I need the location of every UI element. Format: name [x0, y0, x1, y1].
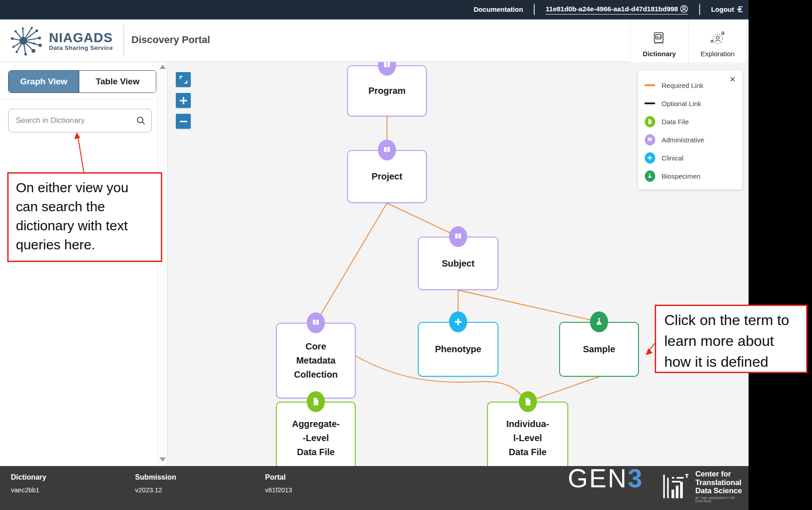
topbar-divider: [699, 4, 700, 15]
book-badge-icon: [449, 226, 467, 247]
legend-item-optional-link: Optional Link: [638, 94, 742, 112]
legend-item-required-link: Required Link: [638, 76, 742, 94]
dictionary-search-box: [8, 109, 152, 132]
footer-value: v61f2013: [265, 486, 292, 494]
legend-label: Biospecimen: [662, 172, 701, 180]
file-icon: [647, 118, 653, 125]
portal-title: Discovery Portal: [131, 34, 210, 46]
zoom-controls: [176, 72, 191, 129]
app-footer: Dictionaryvaec2bb1Submissionv2023.12Port…: [0, 466, 749, 510]
minus-icon: [178, 116, 189, 127]
legend-item-data-file: Data File: [638, 112, 742, 131]
user-circle-icon: [680, 5, 688, 13]
app-header: NIAGADS Data Sharing Service Discovery P…: [0, 19, 749, 62]
scroll-down-arrow[interactable]: [160, 457, 166, 461]
node-label: Sample: [583, 342, 615, 356]
annotation-term-note: Click on the term to learn more about ho…: [655, 305, 807, 373]
gen3-three: 3: [628, 464, 644, 493]
flask-icon: [647, 173, 653, 179]
graph-canvas[interactable]: ProgramProjectSubjectCore Metadata Colle…: [167, 62, 749, 466]
legend-item-biospecimen: Biospecimen: [638, 167, 742, 185]
footer-label: Portal: [265, 473, 292, 481]
ctds-icon: [659, 470, 691, 503]
gen3-logo[interactable]: GEN3: [568, 463, 643, 493]
node-label: Individua- l-Level Data File: [506, 417, 549, 459]
header-divider: [123, 25, 124, 57]
exploration-icon: [709, 29, 726, 47]
node-label: Program: [368, 84, 406, 98]
flask-icon: [594, 317, 604, 327]
niagads-logo[interactable]: NIAGADS Data Sharing Service: [8, 24, 113, 58]
footer-label: Submission: [135, 473, 176, 481]
ctds-name: Center for Translational Data Science: [695, 470, 749, 495]
node-label: Aggregate- -Level Data File: [292, 417, 340, 459]
legend-line-swatch: [644, 102, 655, 104]
tab-exploration[interactable]: Exploration: [688, 19, 747, 62]
documentation-label: Documentation: [474, 5, 523, 13]
zoom-in-button[interactable]: [176, 93, 191, 108]
footer-value: vaec2bb1: [11, 486, 46, 494]
book-icon: [382, 62, 392, 70]
scroll-up-arrow[interactable]: [160, 65, 166, 69]
legend-label: Clinical: [662, 154, 683, 162]
dictionary-book-icon: A-Z: [651, 30, 667, 47]
session-id-link[interactable]: 11e81d0b-a24e-4966-aa1d-d47d181bd998: [546, 5, 688, 15]
dictionary-search-input[interactable]: [15, 116, 136, 126]
legend-item-administrative: Administrative: [638, 131, 742, 149]
graph-view-button[interactable]: Graph View: [9, 71, 79, 92]
sidebar-scrollbar: [158, 62, 167, 466]
book-icon: [382, 145, 392, 155]
node-core-metadata-collection[interactable]: Core Metadata Collection: [276, 323, 356, 398]
tab-dictionary[interactable]: A-Z Dictionary: [630, 19, 688, 62]
table-view-button[interactable]: Table View: [79, 71, 156, 92]
view-toggle: Graph View Table View: [8, 70, 156, 93]
brand-subtitle: Data Sharing Service: [49, 44, 113, 51]
documentation-link[interactable]: Documentation: [474, 5, 523, 13]
book-icon: [453, 232, 463, 242]
footer-portal-version: Portalv61f2013: [265, 473, 292, 494]
book-icon: [647, 136, 653, 143]
ctds-tagline: AT THE UNIVERSITY OF CHICAGO: [695, 496, 749, 503]
plus-icon: [178, 95, 189, 106]
session-id-label: 11e81d0b-a24e-4966-aa1d-d47d181bd998: [546, 5, 678, 13]
brand-name: NIAGADS: [49, 31, 113, 44]
flask-legend-icon: [645, 170, 655, 182]
logout-label: Logout: [711, 5, 734, 13]
legend-close-icon[interactable]: ✕: [730, 76, 736, 83]
legend-label: Required Link: [662, 82, 704, 89]
footer-label: Dictionary: [11, 473, 46, 481]
legend-line-swatch: [644, 84, 655, 86]
sidebar-divider: [0, 99, 158, 99]
fit-button[interactable]: [176, 72, 191, 87]
node-label: Phenotype: [435, 342, 481, 356]
top-navigation-bar: Documentation 11e81d0b-a24e-4966-aa1d-d4…: [0, 0, 749, 19]
plus-badge-icon: [449, 311, 467, 332]
ctds-logo[interactable]: Center for Translational Data Science AT…: [659, 470, 749, 503]
book-legend-icon: [645, 134, 655, 146]
file-legend-icon: [645, 116, 655, 127]
svg-text:A-Z: A-Z: [657, 35, 662, 39]
book-badge-icon: [378, 140, 396, 160]
dictionary-sidebar: Graph View Table View: [0, 62, 158, 466]
niagads-starburst-icon: [8, 24, 45, 58]
node-label: Core Metadata Collection: [294, 340, 338, 382]
topbar-divider: [534, 4, 535, 15]
legend-item-clinical: Clinical: [638, 149, 742, 167]
zoom-out-button[interactable]: [176, 114, 191, 129]
main-tabs: A-Z Dictionary Exploration: [630, 19, 747, 62]
footer-value: v2023.12: [135, 486, 176, 494]
node-label: Subject: [442, 257, 474, 271]
plus-icon: [647, 155, 653, 161]
file-icon: [523, 397, 533, 407]
book-badge-icon: [307, 312, 325, 333]
fit-icon: [179, 75, 188, 85]
brand-text: NIAGADS Data Sharing Service: [49, 31, 113, 51]
legend-label: Optional Link: [662, 100, 701, 107]
search-icon: [136, 116, 146, 126]
book-icon: [311, 318, 321, 328]
annotation-search-note: On either view you can search the dictio…: [7, 172, 162, 262]
flask-badge-icon: [590, 311, 608, 332]
graph-legend: ✕ Required LinkOptional LinkData FileAdm…: [638, 70, 742, 189]
footer-submission-version: Submissionv2023.12: [135, 473, 176, 494]
logout-button[interactable]: Logout: [711, 5, 744, 13]
